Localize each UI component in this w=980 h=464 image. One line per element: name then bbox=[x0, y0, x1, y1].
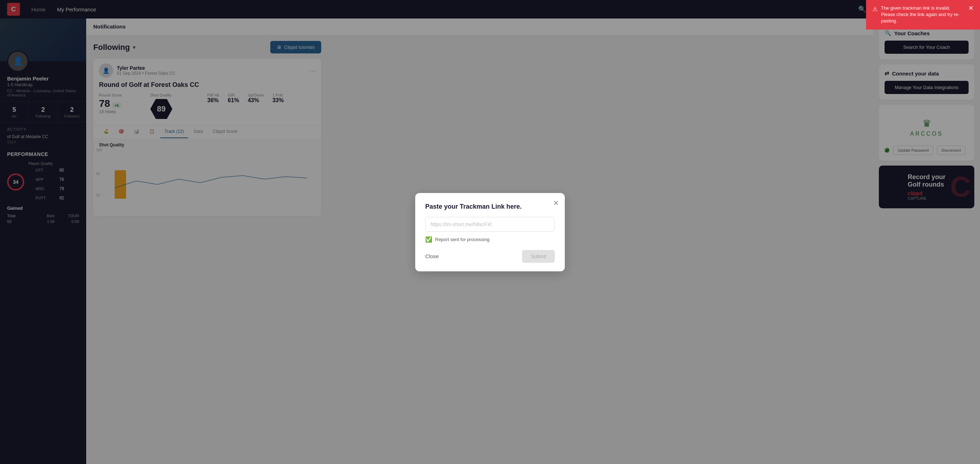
trackman-modal: ✕ Paste your Trackman Link here. ✅ Repor… bbox=[415, 193, 565, 271]
modal-overlay[interactable]: ✕ Paste your Trackman Link here. ✅ Repor… bbox=[0, 0, 980, 464]
error-close-button[interactable]: ✕ bbox=[968, 5, 974, 11]
modal-footer: Close Submit bbox=[425, 250, 555, 263]
modal-submit-button[interactable]: Submit bbox=[522, 250, 555, 263]
error-toast: ⚠ The given trackman link is invalid. Pl… bbox=[866, 0, 980, 30]
trackman-link-input[interactable] bbox=[425, 217, 555, 232]
error-message: The given trackman link is invalid. Plea… bbox=[881, 5, 962, 25]
modal-success-message: Report sent for processing bbox=[435, 237, 489, 242]
modal-close-x-button[interactable]: ✕ bbox=[553, 199, 559, 207]
success-checkmark-icon: ✅ bbox=[425, 236, 432, 243]
modal-close-button[interactable]: Close bbox=[425, 253, 439, 259]
modal-success-row: ✅ Report sent for processing bbox=[425, 236, 555, 243]
warning-icon: ⚠ bbox=[872, 5, 877, 13]
modal-title: Paste your Trackman Link here. bbox=[425, 203, 555, 210]
